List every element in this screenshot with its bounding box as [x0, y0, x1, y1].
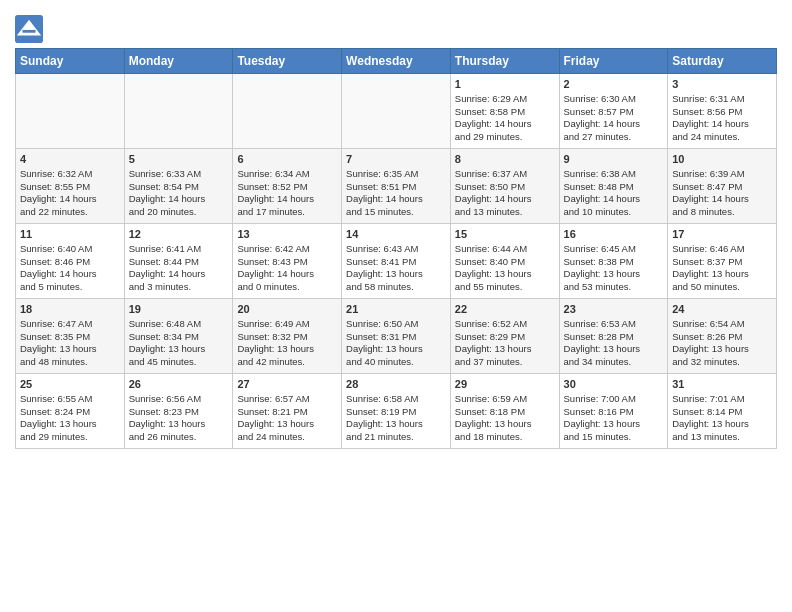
- calendar-cell: 19Sunrise: 6:48 AMSunset: 8:34 PMDayligh…: [124, 299, 233, 374]
- day-info-line: and 53 minutes.: [564, 281, 664, 294]
- day-number: 15: [455, 227, 555, 242]
- calendar-cell: 30Sunrise: 7:00 AMSunset: 8:16 PMDayligh…: [559, 374, 668, 449]
- day-number: 3: [672, 77, 772, 92]
- day-info-line: Sunrise: 6:32 AM: [20, 168, 120, 181]
- day-number: 16: [564, 227, 664, 242]
- day-info-line: Sunrise: 6:48 AM: [129, 318, 229, 331]
- day-info-line: Daylight: 13 hours: [237, 343, 337, 356]
- day-info-line: Daylight: 13 hours: [129, 418, 229, 431]
- calendar-cell: 8Sunrise: 6:37 AMSunset: 8:50 PMDaylight…: [450, 149, 559, 224]
- day-info-line: Sunset: 8:21 PM: [237, 406, 337, 419]
- calendar-cell: 28Sunrise: 6:58 AMSunset: 8:19 PMDayligh…: [342, 374, 451, 449]
- day-info-line: Daylight: 14 hours: [672, 193, 772, 206]
- day-info-line: and 27 minutes.: [564, 131, 664, 144]
- day-number: 21: [346, 302, 446, 317]
- day-info-line: Sunrise: 6:31 AM: [672, 93, 772, 106]
- day-info-line: Sunrise: 6:59 AM: [455, 393, 555, 406]
- day-info-line: Sunrise: 6:45 AM: [564, 243, 664, 256]
- day-number: 12: [129, 227, 229, 242]
- day-info-line: and 29 minutes.: [455, 131, 555, 144]
- day-info-line: Sunrise: 6:37 AM: [455, 168, 555, 181]
- day-info-line: Sunset: 8:46 PM: [20, 256, 120, 269]
- calendar-week-row: 18Sunrise: 6:47 AMSunset: 8:35 PMDayligh…: [16, 299, 777, 374]
- day-info-line: and 58 minutes.: [346, 281, 446, 294]
- day-info-line: Daylight: 13 hours: [346, 418, 446, 431]
- day-info-line: Sunrise: 6:55 AM: [20, 393, 120, 406]
- day-info-line: Sunrise: 6:29 AM: [455, 93, 555, 106]
- calendar-cell: 12Sunrise: 6:41 AMSunset: 8:44 PMDayligh…: [124, 224, 233, 299]
- calendar-cell: 15Sunrise: 6:44 AMSunset: 8:40 PMDayligh…: [450, 224, 559, 299]
- day-info-line: Sunrise: 6:39 AM: [672, 168, 772, 181]
- calendar-cell: 6Sunrise: 6:34 AMSunset: 8:52 PMDaylight…: [233, 149, 342, 224]
- day-info-line: and 48 minutes.: [20, 356, 120, 369]
- day-info-line: Sunset: 8:48 PM: [564, 181, 664, 194]
- day-number: 13: [237, 227, 337, 242]
- day-info-line: Daylight: 13 hours: [564, 268, 664, 281]
- day-number: 5: [129, 152, 229, 167]
- day-info-line: and 40 minutes.: [346, 356, 446, 369]
- day-info-line: Sunrise: 7:01 AM: [672, 393, 772, 406]
- day-number: 18: [20, 302, 120, 317]
- day-info-line: Sunset: 8:40 PM: [455, 256, 555, 269]
- day-number: 17: [672, 227, 772, 242]
- day-info-line: Sunrise: 6:58 AM: [346, 393, 446, 406]
- day-number: 23: [564, 302, 664, 317]
- day-info-line: Sunset: 8:24 PM: [20, 406, 120, 419]
- day-info-line: Sunset: 8:55 PM: [20, 181, 120, 194]
- day-info-line: Sunset: 8:29 PM: [455, 331, 555, 344]
- calendar-cell: [342, 74, 451, 149]
- day-info-line: Sunset: 8:28 PM: [564, 331, 664, 344]
- calendar-cell: 13Sunrise: 6:42 AMSunset: 8:43 PMDayligh…: [233, 224, 342, 299]
- calendar-cell: 17Sunrise: 6:46 AMSunset: 8:37 PMDayligh…: [668, 224, 777, 299]
- day-info-line: Sunset: 8:34 PM: [129, 331, 229, 344]
- day-header-friday: Friday: [559, 49, 668, 74]
- day-info-line: Daylight: 13 hours: [20, 418, 120, 431]
- day-info-line: and 15 minutes.: [564, 431, 664, 444]
- day-info-line: Daylight: 14 hours: [672, 118, 772, 131]
- calendar-header-row: SundayMondayTuesdayWednesdayThursdayFrid…: [16, 49, 777, 74]
- day-info-line: Sunset: 8:16 PM: [564, 406, 664, 419]
- day-info-line: Daylight: 14 hours: [129, 193, 229, 206]
- day-number: 1: [455, 77, 555, 92]
- day-info-line: Sunset: 8:54 PM: [129, 181, 229, 194]
- day-info-line: and 13 minutes.: [455, 206, 555, 219]
- day-info-line: Sunrise: 6:40 AM: [20, 243, 120, 256]
- day-number: 10: [672, 152, 772, 167]
- calendar-week-row: 1Sunrise: 6:29 AMSunset: 8:58 PMDaylight…: [16, 74, 777, 149]
- calendar-cell: [233, 74, 342, 149]
- calendar-cell: 10Sunrise: 6:39 AMSunset: 8:47 PMDayligh…: [668, 149, 777, 224]
- day-info-line: Sunset: 8:19 PM: [346, 406, 446, 419]
- calendar-cell: 16Sunrise: 6:45 AMSunset: 8:38 PMDayligh…: [559, 224, 668, 299]
- day-info-line: Sunrise: 6:57 AM: [237, 393, 337, 406]
- day-info-line: and 22 minutes.: [20, 206, 120, 219]
- day-info-line: and 8 minutes.: [672, 206, 772, 219]
- day-info-line: Daylight: 14 hours: [237, 268, 337, 281]
- day-info-line: and 26 minutes.: [129, 431, 229, 444]
- day-header-sunday: Sunday: [16, 49, 125, 74]
- day-number: 19: [129, 302, 229, 317]
- day-info-line: Daylight: 13 hours: [455, 418, 555, 431]
- day-info-line: Daylight: 13 hours: [672, 418, 772, 431]
- calendar-cell: 29Sunrise: 6:59 AMSunset: 8:18 PMDayligh…: [450, 374, 559, 449]
- day-info-line: Daylight: 13 hours: [455, 343, 555, 356]
- day-number: 8: [455, 152, 555, 167]
- day-info-line: Sunset: 8:52 PM: [237, 181, 337, 194]
- day-info-line: Sunset: 8:41 PM: [346, 256, 446, 269]
- day-number: 31: [672, 377, 772, 392]
- day-info-line: and 5 minutes.: [20, 281, 120, 294]
- day-info-line: Sunrise: 6:47 AM: [20, 318, 120, 331]
- day-number: 6: [237, 152, 337, 167]
- calendar-cell: 4Sunrise: 6:32 AMSunset: 8:55 PMDaylight…: [16, 149, 125, 224]
- logo: [15, 15, 46, 43]
- calendar-cell: 5Sunrise: 6:33 AMSunset: 8:54 PMDaylight…: [124, 149, 233, 224]
- calendar-cell: 14Sunrise: 6:43 AMSunset: 8:41 PMDayligh…: [342, 224, 451, 299]
- day-info-line: Sunrise: 6:50 AM: [346, 318, 446, 331]
- calendar-cell: 21Sunrise: 6:50 AMSunset: 8:31 PMDayligh…: [342, 299, 451, 374]
- calendar-cell: 1Sunrise: 6:29 AMSunset: 8:58 PMDaylight…: [450, 74, 559, 149]
- day-info-line: Sunset: 8:31 PM: [346, 331, 446, 344]
- day-info-line: and 32 minutes.: [672, 356, 772, 369]
- day-info-line: Sunset: 8:56 PM: [672, 106, 772, 119]
- day-info-line: Daylight: 14 hours: [455, 193, 555, 206]
- day-info-line: Sunrise: 6:41 AM: [129, 243, 229, 256]
- calendar-cell: 3Sunrise: 6:31 AMSunset: 8:56 PMDaylight…: [668, 74, 777, 149]
